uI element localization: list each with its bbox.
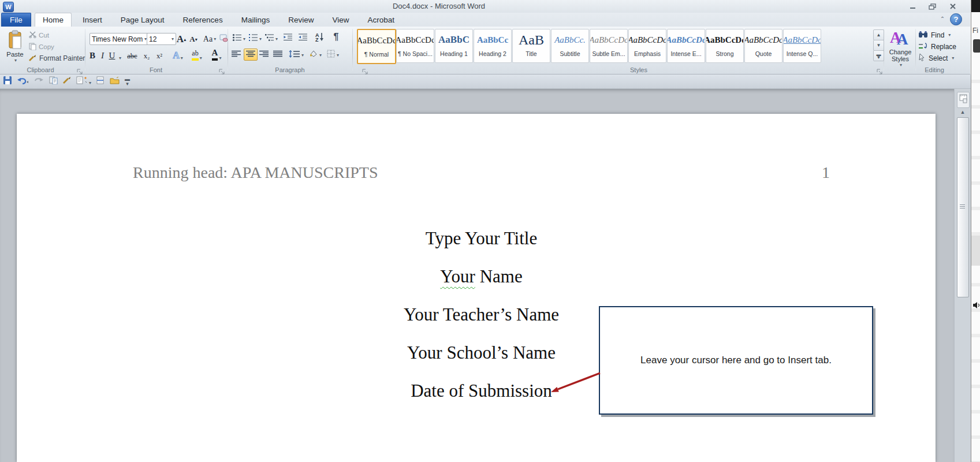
- font-size-combobox[interactable]: 12▾: [147, 33, 176, 45]
- style-strong[interactable]: AaBbCcDc Strong: [706, 29, 744, 63]
- cut-button[interactable]: Cut: [29, 30, 49, 40]
- ruler-toggle-button[interactable]: [957, 92, 970, 108]
- change-styles-button[interactable]: A A Change Styles▾: [886, 29, 915, 70]
- style-normal[interactable]: AaBbCcDc ¶ Normal: [357, 29, 396, 64]
- tab-references[interactable]: References: [176, 13, 230, 27]
- style-intense-emphasis[interactable]: AaBbCcDc Intense E...: [667, 29, 705, 63]
- find-button[interactable]: Find▾: [918, 29, 951, 40]
- paste-special-icon[interactable]: [49, 76, 58, 87]
- style-title[interactable]: AaB Title: [512, 29, 550, 63]
- align-right-button[interactable]: [259, 50, 269, 60]
- undo-button[interactable]: [17, 76, 29, 87]
- show-paragraph-marks-button[interactable]: ¶: [330, 32, 342, 42]
- tab-mailings[interactable]: Mailings: [234, 13, 278, 27]
- replace-button[interactable]: Replace: [918, 41, 956, 52]
- increase-indent-button[interactable]: [298, 33, 308, 44]
- paste-dropdown-icon[interactable]: ▾: [14, 58, 17, 63]
- clear-formatting-button[interactable]: [218, 33, 229, 46]
- tab-page-layout[interactable]: Page Layout: [113, 13, 172, 27]
- style-no-spacing[interactable]: AaBbCcDc ¶ No Spaci...: [396, 29, 434, 63]
- new-document-icon[interactable]: ▾: [76, 76, 91, 87]
- strikethrough-button[interactable]: abc: [125, 49, 140, 62]
- style-heading1[interactable]: AaBbC Heading 1: [435, 29, 473, 63]
- replace-label: Replace: [931, 43, 956, 51]
- shading-button[interactable]: ▾: [308, 50, 322, 60]
- tab-insert[interactable]: Insert: [75, 13, 110, 27]
- copy-label: Copy: [39, 43, 54, 50]
- redo-icon[interactable]: [35, 76, 44, 87]
- collapse-ribbon-button[interactable]: ⌃: [938, 16, 947, 24]
- subscript-button[interactable]: x₂: [141, 49, 152, 62]
- superscript-label: x²: [156, 52, 162, 61]
- grow-arrow-icon: ▴: [184, 36, 186, 42]
- minimize-button[interactable]: [904, 2, 921, 11]
- change-styles-icon: A A: [889, 29, 912, 49]
- bullets-button[interactable]: ▾: [232, 33, 245, 44]
- style-heading2[interactable]: AaBbCc Heading 2: [474, 29, 512, 63]
- tab-home[interactable]: Home: [35, 13, 72, 27]
- decrease-indent-button[interactable]: [283, 33, 293, 44]
- change-styles-label: Change Styles: [886, 49, 915, 62]
- line-spacing-button[interactable]: ▾: [289, 50, 304, 60]
- tab-view[interactable]: View: [325, 13, 356, 27]
- page-break-icon[interactable]: [96, 76, 105, 87]
- open-folder-icon[interactable]: [110, 76, 120, 87]
- close-icon: [949, 2, 956, 12]
- save-icon[interactable]: [3, 76, 12, 87]
- styles-scroll-down-button[interactable]: ▼: [873, 40, 884, 51]
- format-painter-button[interactable]: Format Painter: [29, 53, 85, 64]
- close-button[interactable]: [945, 2, 961, 11]
- clipboard-dialog-launcher[interactable]: [77, 67, 83, 73]
- window-title: Doc4.docx - Microsoft Word: [0, 2, 878, 10]
- font-dialog-launcher[interactable]: [219, 67, 225, 73]
- tab-file[interactable]: File: [1, 13, 31, 27]
- qat-customize-icon[interactable]: ▬▾: [125, 77, 130, 86]
- shrink-font-button[interactable]: A▾: [188, 33, 199, 46]
- scroll-up-button[interactable]: ▲: [956, 109, 969, 117]
- scrollbar-thumb[interactable]: [957, 117, 969, 297]
- change-case-button[interactable]: Aa▾: [202, 33, 217, 46]
- format-painter-qat-icon[interactable]: [63, 76, 71, 87]
- vertical-scrollbar[interactable]: ▲: [954, 89, 971, 462]
- select-button[interactable]: Select▾: [918, 53, 954, 64]
- styles-more-button[interactable]: ▬▼: [873, 50, 884, 61]
- paste-button[interactable]: Paste ▾: [3, 28, 27, 72]
- grow-font-button[interactable]: A▴: [176, 33, 187, 46]
- borders-button[interactable]: ▾: [327, 50, 339, 60]
- font-family-combobox[interactable]: Times New Rom▾: [90, 33, 149, 45]
- superscript-button[interactable]: x²: [154, 49, 165, 62]
- numbering-button[interactable]: ▾: [248, 33, 262, 44]
- callout-box[interactable]: Leave your cursor here and go to Insert …: [599, 306, 873, 415]
- format-painter-brush-icon: [29, 54, 37, 63]
- borders-grid-icon: [327, 50, 336, 60]
- styles-scroll-up-button[interactable]: ▲: [873, 29, 884, 40]
- tab-acrobat[interactable]: Acrobat: [360, 13, 402, 27]
- style-quote[interactable]: AaBbCcDc Quote: [744, 29, 782, 63]
- bold-button[interactable]: B: [88, 49, 97, 62]
- restore-button[interactable]: [924, 2, 940, 11]
- align-center-button[interactable]: [244, 49, 258, 61]
- background-window-menu: Fi: [972, 27, 978, 35]
- justify-button[interactable]: [273, 50, 283, 60]
- style-name: ¶ No Spaci...: [398, 50, 433, 57]
- triangle-up-icon: ▲: [960, 109, 966, 115]
- tab-review[interactable]: Review: [281, 13, 321, 27]
- font-color-button[interactable]: A▾: [208, 49, 225, 62]
- paragraph-dialog-launcher[interactable]: [362, 67, 368, 73]
- italic-button[interactable]: I: [99, 49, 106, 62]
- sort-button[interactable]: AZ: [315, 32, 324, 43]
- align-center-icon: [245, 50, 256, 60]
- multilevel-list-button[interactable]: ▾: [264, 33, 278, 44]
- text-effects-button[interactable]: A▾: [170, 49, 186, 62]
- style-subtitle[interactable]: AaBbCc. Subtitle: [551, 29, 589, 63]
- style-subtle-emphasis[interactable]: AaBbCcDc Subtle Em...: [590, 29, 628, 63]
- speaker-icon: [972, 301, 980, 311]
- copy-button[interactable]: Copy: [29, 42, 54, 52]
- highlight-color-button[interactable]: ab▾: [188, 49, 206, 62]
- underline-dropdown[interactable]: ▾: [117, 49, 122, 62]
- underline-button[interactable]: U: [108, 49, 116, 62]
- align-left-button[interactable]: [231, 50, 241, 60]
- style-emphasis[interactable]: AaBbCcDc Emphasis: [628, 29, 666, 63]
- help-button[interactable]: ?: [950, 13, 962, 25]
- style-intense-quote[interactable]: AaBbCcDc Intense Q...: [783, 29, 821, 63]
